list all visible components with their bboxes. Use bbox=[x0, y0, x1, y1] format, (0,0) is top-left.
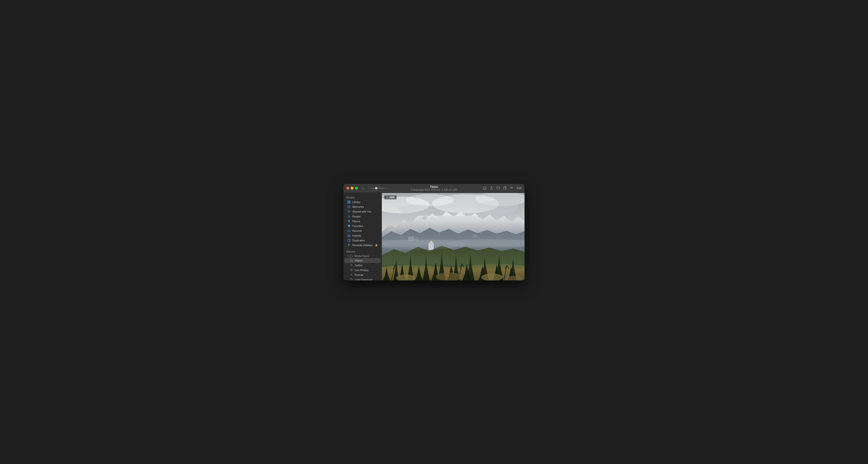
photos-section-label: Photos bbox=[343, 195, 381, 200]
sidebar-item-library[interactable]: Library bbox=[344, 200, 380, 204]
sidebar-item-places[interactable]: Places bbox=[344, 219, 380, 224]
sidebar-item-memories[interactable]: Memories bbox=[344, 204, 380, 209]
favorite-button[interactable] bbox=[497, 186, 500, 190]
svg-rect-35 bbox=[386, 197, 388, 198]
media-types-list: Videos Selfies bbox=[343, 258, 381, 281]
traffic-lights bbox=[346, 187, 358, 190]
live-icon bbox=[350, 268, 353, 272]
svg-rect-3 bbox=[347, 201, 349, 202]
live-photos-label: Live Photos bbox=[355, 269, 368, 271]
main-content: Photos Library bbox=[343, 193, 525, 281]
sidebar-item-live-photos[interactable]: Live Photos bbox=[344, 268, 380, 272]
lock-icon: 🔒 bbox=[375, 244, 378, 246]
albums-section-label: Albums bbox=[343, 249, 381, 254]
long-exposure-label: Long Exposure bbox=[355, 278, 372, 281]
places-label: Places bbox=[352, 220, 360, 223]
favorites-label: Favorites bbox=[352, 225, 363, 227]
shared-with-you-label: Shared with You bbox=[352, 210, 371, 213]
sidebar-item-duplicates[interactable]: Duplicates bbox=[344, 238, 380, 243]
duplicate-button[interactable] bbox=[503, 186, 506, 190]
share-button[interactable] bbox=[490, 186, 493, 190]
folder-icon bbox=[350, 255, 352, 257]
photo-grid-icon bbox=[347, 200, 351, 204]
zoom-track[interactable] bbox=[371, 188, 385, 188]
svg-rect-45 bbox=[473, 235, 477, 238]
zoom-thumb[interactable] bbox=[375, 187, 377, 189]
photo-viewer: HDR bbox=[382, 193, 525, 281]
recents-label: Recents bbox=[352, 229, 362, 232]
photo-subtitle: 4 December 2022 16:57:54 · 1,180 of 1,33… bbox=[411, 188, 457, 191]
media-types-header[interactable]: ▾ Media Types bbox=[344, 254, 380, 258]
svg-point-11 bbox=[349, 221, 349, 221]
landscape-photo bbox=[382, 193, 525, 281]
sidebar-item-imports[interactable]: Imports bbox=[344, 233, 380, 238]
edit-button[interactable]: Edit bbox=[517, 186, 522, 190]
sidebar-item-shared-with-you[interactable]: Shared with You bbox=[344, 209, 380, 214]
enhance-button[interactable] bbox=[510, 186, 513, 190]
hdr-badge: HDR bbox=[384, 195, 397, 199]
zoom-minus-button[interactable]: − bbox=[368, 187, 370, 190]
video-icon bbox=[350, 259, 353, 262]
close-button[interactable] bbox=[346, 187, 349, 190]
sidebar-item-favorites[interactable]: Favorites bbox=[344, 224, 380, 228]
app-window: ‹ − + Tbilisi 4 December 2022 16:57:54 ·… bbox=[343, 184, 525, 281]
portrait-label: Portrait bbox=[355, 273, 363, 276]
person-share-icon bbox=[347, 210, 351, 213]
portrait-icon bbox=[350, 273, 353, 277]
sidebar-item-long-exposure[interactable]: Long Exposure bbox=[344, 277, 380, 281]
exposure-icon bbox=[350, 278, 353, 281]
people-label: People bbox=[352, 215, 361, 218]
library-label: Library bbox=[352, 201, 361, 203]
svg-point-19 bbox=[351, 274, 352, 275]
zoom-slider[interactable]: − + bbox=[368, 187, 388, 190]
display-icon bbox=[386, 196, 389, 198]
titlebar-center: Tbilisi 4 December 2022 16:57:54 · 1,180… bbox=[411, 185, 457, 191]
sidebar-item-people[interactable]: People bbox=[344, 214, 380, 219]
nav-controls: ‹ − + bbox=[361, 186, 388, 191]
sidebar-item-portrait[interactable]: Portrait bbox=[344, 272, 380, 277]
sidebar-item-recents[interactable]: Recents bbox=[344, 228, 380, 233]
selfies-label: Selfies bbox=[355, 264, 363, 267]
recently-deleted-label: Recently Deleted bbox=[352, 244, 372, 246]
clock-icon bbox=[347, 229, 351, 232]
chevron-down-icon: ▾ bbox=[347, 255, 348, 257]
duplicate-icon bbox=[347, 239, 351, 242]
svg-rect-14 bbox=[348, 240, 349, 241]
sidebar: Photos Library bbox=[343, 193, 382, 281]
imports-label: Imports bbox=[352, 234, 361, 237]
trash-icon bbox=[347, 243, 351, 247]
sidebar-item-selfies[interactable]: Selfies bbox=[344, 263, 380, 268]
svg-point-18 bbox=[351, 270, 352, 270]
memories-icon bbox=[347, 205, 351, 208]
sidebar-item-videos[interactable]: Videos bbox=[344, 258, 380, 263]
zoom-plus-button[interactable]: + bbox=[386, 187, 388, 190]
svg-rect-15 bbox=[350, 260, 352, 261]
svg-point-42 bbox=[399, 204, 437, 215]
titlebar-actions: i bbox=[483, 186, 522, 190]
svg-point-10 bbox=[348, 215, 349, 216]
memories-label: Memories bbox=[352, 205, 364, 208]
sidebar-item-recently-deleted[interactable]: Recently Deleted 🔒 bbox=[344, 243, 380, 248]
back-button[interactable]: ‹ bbox=[361, 186, 366, 191]
svg-rect-5 bbox=[347, 202, 349, 203]
minimize-button[interactable] bbox=[351, 187, 353, 190]
import-icon bbox=[347, 234, 351, 237]
videos-label: Videos bbox=[355, 259, 363, 262]
heart-icon bbox=[347, 224, 351, 228]
people-icon bbox=[347, 215, 351, 218]
svg-rect-2 bbox=[503, 187, 505, 189]
titlebar: ‹ − + Tbilisi 4 December 2022 16:57:54 ·… bbox=[343, 184, 525, 193]
photo-title: Tbilisi bbox=[411, 185, 457, 188]
duplicates-label: Duplicates bbox=[352, 239, 365, 242]
maximize-button[interactable] bbox=[355, 187, 358, 190]
selfie-icon bbox=[350, 264, 353, 267]
location-icon bbox=[347, 220, 351, 223]
info-button[interactable]: i bbox=[483, 186, 487, 190]
svg-rect-6 bbox=[349, 202, 350, 203]
svg-point-41 bbox=[475, 201, 518, 214]
svg-text:i: i bbox=[485, 187, 485, 190]
svg-point-9 bbox=[350, 210, 350, 211]
svg-rect-4 bbox=[349, 201, 350, 202]
media-types-label: Media Types bbox=[354, 255, 369, 257]
